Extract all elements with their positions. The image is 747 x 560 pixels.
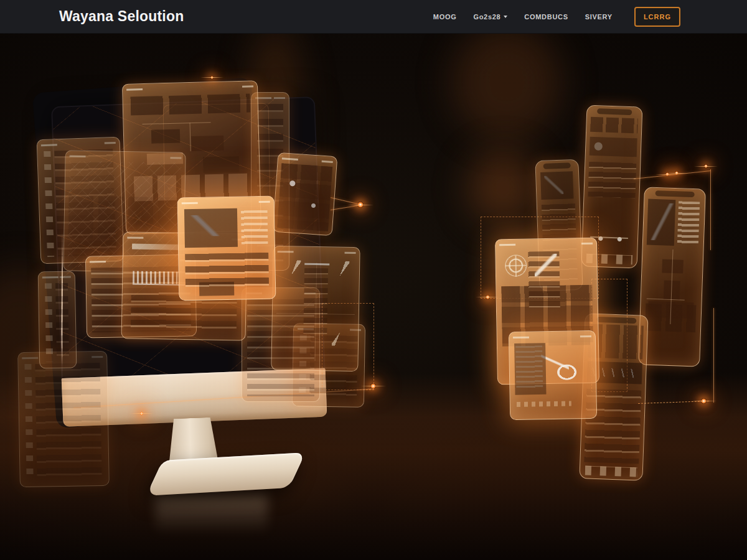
- nav-item-dropdown-label: Go2s28: [473, 13, 500, 21]
- nav-item-sivery[interactable]: SIVERY: [585, 13, 613, 21]
- panel-titlebar: [182, 199, 270, 205]
- holo-panel: [509, 330, 597, 420]
- panel-content: [513, 341, 593, 416]
- glow-dot: [139, 411, 144, 416]
- glow-dot: [704, 164, 708, 168]
- glow-dot: [675, 171, 679, 175]
- nav-item-comdbucs[interactable]: COMDBUCS: [524, 13, 568, 21]
- panel-titlebar: [42, 274, 71, 280]
- panel-content: [42, 282, 72, 365]
- holo-panel: [17, 351, 110, 487]
- panel-content: [642, 199, 701, 362]
- panel-content: [275, 256, 355, 367]
- panel-titlebar: [69, 153, 181, 160]
- panel-titlebar: [255, 95, 285, 100]
- glow-dot: [701, 398, 707, 404]
- glow-dot: [357, 202, 364, 208]
- holo-panel: [177, 196, 276, 301]
- panel-content: [586, 117, 637, 253]
- panel-titlebar: [41, 140, 116, 147]
- glow-dot: [486, 295, 490, 299]
- holo-panel: [271, 246, 360, 371]
- connector-line: [710, 169, 711, 250]
- panel-titlebar: [126, 83, 253, 91]
- connector-line: [634, 170, 710, 179]
- panel-titlebar: [278, 249, 356, 255]
- panel-content: [22, 362, 105, 483]
- main-nav: MOOG Go2s28 COMDBUCS SIVERY LCRRG: [433, 7, 680, 27]
- panel-titlebar: [499, 241, 593, 248]
- cta-button[interactable]: LCRRG: [634, 7, 680, 27]
- glow-dot: [210, 76, 214, 79]
- panel-titlebar: [282, 156, 333, 164]
- nav-item-moog[interactable]: MOOG: [433, 13, 457, 21]
- brand-logo: Wayana Seloution: [59, 8, 184, 25]
- holo-panel: [273, 152, 338, 236]
- glow-dot: [370, 383, 376, 389]
- top-navbar: Wayana Seloution MOOG Go2s28 COMDBUCS SI…: [0, 0, 747, 34]
- panel-titlebar: [513, 334, 591, 340]
- hero-illustration: [0, 34, 747, 560]
- nav-item-dropdown[interactable]: Go2s28: [473, 13, 507, 21]
- chevron-down-icon: [504, 16, 507, 18]
- panel-content: [182, 207, 271, 296]
- bokeh-glow: [452, 34, 561, 139]
- panel-content: [277, 163, 332, 231]
- phone-screen: [638, 187, 706, 366]
- bokeh-glow: [468, 152, 538, 224]
- holo-panel: [38, 271, 77, 368]
